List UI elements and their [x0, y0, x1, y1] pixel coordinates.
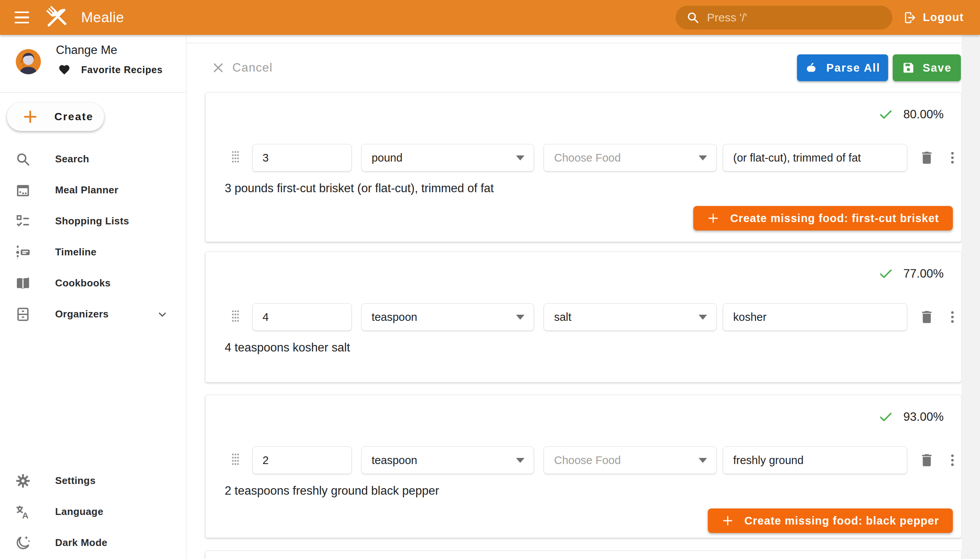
search-input[interactable] [707, 11, 882, 24]
note-input[interactable] [723, 447, 907, 474]
plus-icon [22, 109, 38, 125]
create-button[interactable]: Create [7, 103, 104, 131]
kebab-menu-icon [945, 309, 960, 325]
calendar-icon [15, 182, 31, 199]
divider [0, 92, 186, 93]
checklist-icon [15, 213, 31, 230]
quantity-input[interactable] [252, 447, 352, 474]
cancel-label: Cancel [232, 61, 273, 74]
sidebar-item-cookbooks[interactable]: Cookbooks [0, 268, 186, 299]
kebab-menu-icon [945, 453, 960, 468]
ingredient-card: 80.00% pound Choose Food [205, 92, 962, 242]
save-label: Save [922, 62, 952, 74]
unit-select[interactable]: pound [361, 144, 534, 172]
scrollbar-gutter[interactable] [962, 35, 980, 559]
drag-handle-icon[interactable] [228, 450, 245, 471]
ingredient-card: 77.00% teaspoon salt [205, 251, 962, 382]
note-input[interactable] [723, 303, 907, 331]
food-select[interactable]: Choose Food [544, 144, 717, 172]
drag-handle-icon[interactable] [228, 306, 245, 328]
ingredient-card: 93.00% teaspoon Choose Food [205, 395, 962, 538]
sidebar-item-settings[interactable]: Settings [0, 465, 186, 496]
ingredient-fields-row: pound Choose Food [206, 144, 961, 172]
confidence-value: 93.00% [904, 410, 944, 424]
favorite-recipes-link[interactable]: Favorite Recipes [58, 64, 163, 76]
create-label: Create [55, 111, 93, 123]
confidence-indicator: 77.00% [878, 266, 944, 282]
note-input[interactable] [723, 144, 907, 172]
sidebar-item-organizers[interactable]: Organizers [0, 299, 186, 330]
logout-icon [903, 11, 917, 25]
parse-all-label: Parse All [826, 62, 880, 74]
chevron-down-icon[interactable] [155, 308, 169, 321]
favorite-recipes-label: Favorite Recipes [81, 64, 163, 75]
sidebar-item-shopping-lists[interactable]: Shopping Lists [0, 206, 186, 237]
global-search[interactable] [676, 6, 892, 30]
confidence-indicator: 93.00% [878, 409, 944, 425]
logout-button[interactable]: Logout [903, 11, 964, 25]
quantity-input[interactable] [252, 144, 352, 172]
unit-select[interactable]: teaspoon [361, 447, 534, 474]
delete-ingredient-button[interactable] [916, 147, 937, 168]
floppy-disk-icon [902, 61, 915, 74]
check-icon [878, 266, 894, 281]
caret-down-icon [516, 458, 524, 463]
moon-icon [15, 534, 31, 551]
create-missing-food-button[interactable]: Create missing food: first-cut brisket [693, 206, 953, 230]
sidebar-item-timeline[interactable]: Timeline [0, 237, 186, 268]
row-menu-button[interactable] [944, 147, 961, 168]
trash-icon [919, 150, 935, 166]
original-ingredient-text: 3 pounds first-cut brisket (or flat-cut)… [225, 182, 961, 195]
quantity-input[interactable] [252, 303, 352, 331]
user-name: Change Me [56, 43, 117, 57]
check-icon [878, 107, 894, 122]
parse-all-button[interactable]: Parse All [797, 55, 888, 81]
avatar[interactable] [16, 49, 41, 74]
save-button[interactable]: Save [893, 55, 961, 81]
ingredient-list: 80.00% pound Choose Food [205, 92, 962, 559]
sidebar-item-search[interactable]: Search [0, 144, 186, 175]
sidebar-item-meal-planner[interactable]: Meal Planner [0, 175, 186, 206]
caret-down-icon [699, 458, 707, 463]
food-select[interactable]: Choose Food [544, 447, 717, 474]
delete-ingredient-button[interactable] [916, 307, 937, 327]
sidebar-nav: Search Meal Planner Shopping Lists [0, 144, 186, 330]
svg-text:A: A [22, 510, 29, 520]
heart-icon [58, 64, 70, 76]
sidebar-item-language[interactable]: A Language [0, 496, 186, 527]
user-block: Change Me Favorite Recipes [0, 35, 186, 92]
sidebar: Change Me Favorite Recipes Create Search [0, 35, 187, 559]
confidence-value: 80.00% [904, 108, 944, 121]
timeline-icon [15, 244, 31, 261]
unit-select[interactable]: teaspoon [361, 303, 534, 331]
check-icon [878, 409, 894, 425]
open-book-icon [15, 275, 31, 292]
row-menu-button[interactable] [944, 450, 961, 471]
trash-icon [919, 309, 935, 325]
create-missing-food-button[interactable]: Create missing food: black pepper [708, 508, 953, 533]
hamburger-menu-icon[interactable] [8, 4, 35, 31]
sidebar-item-dark-mode[interactable]: Dark Mode [0, 527, 186, 558]
crossed-fork-knife-icon [42, 3, 70, 32]
app-title: Mealie [81, 10, 124, 26]
search-icon [15, 151, 31, 168]
drawer-icon [15, 306, 31, 323]
row-menu-button[interactable] [944, 307, 961, 327]
search-icon [686, 10, 700, 25]
drag-handle-icon[interactable] [228, 147, 245, 169]
ingredient-fields-row: teaspoon salt [206, 303, 961, 331]
plus-icon [707, 212, 719, 224]
main-content: Cancel Parse All Save [187, 35, 962, 559]
food-select[interactable]: salt [544, 303, 717, 331]
delete-ingredient-button[interactable] [916, 450, 937, 471]
sidebar-footer: Settings A Language Dark Mode [0, 465, 186, 558]
kebab-menu-icon [945, 150, 960, 165]
original-ingredient-text: 4 teaspoons kosher salt [225, 341, 961, 354]
confidence-indicator: 80.00% [878, 106, 944, 122]
gear-icon [15, 473, 31, 489]
ingredient-card-partial [205, 551, 962, 559]
close-x-icon [212, 61, 225, 74]
caret-down-icon [516, 315, 524, 320]
cancel-button[interactable]: Cancel [212, 61, 273, 74]
original-ingredient-text: 2 teaspoons freshly ground black pepper [225, 484, 961, 498]
